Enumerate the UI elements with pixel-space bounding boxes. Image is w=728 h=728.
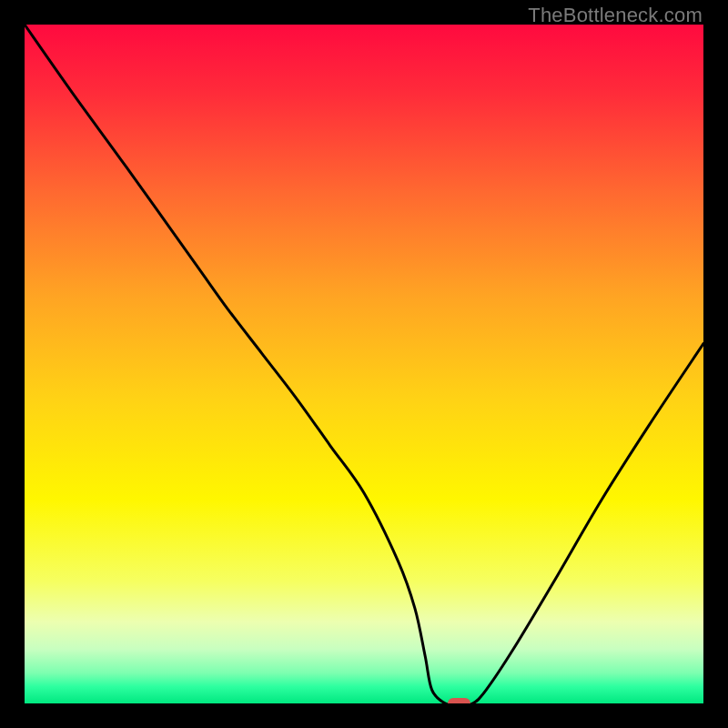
bottleneck-curve — [25, 25, 703, 703]
optimum-marker — [448, 698, 470, 703]
plot-area — [25, 25, 703, 703]
chart-frame: TheBottleneck.com — [0, 0, 728, 728]
watermark-text: TheBottleneck.com — [528, 4, 703, 27]
